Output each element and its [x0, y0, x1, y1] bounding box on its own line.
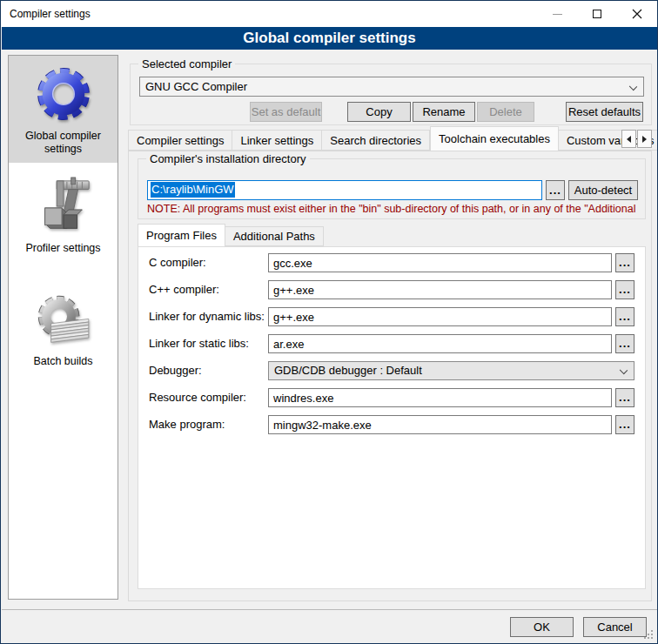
field-label: Debugger:	[149, 361, 202, 380]
tab-toolchain-executables[interactable]: Toolchain executables	[430, 126, 559, 151]
ok-button[interactable]: OK	[510, 617, 574, 637]
browse-dynamic-linker-button[interactable]: ...	[615, 307, 634, 326]
sidebar-item-global-compiler-settings[interactable]: Global compiler settings	[9, 56, 118, 163]
selected-compiler-group-label: Selected compiler	[138, 57, 235, 70]
maximize-icon	[593, 10, 601, 18]
resource-compiler-input[interactable]	[268, 388, 612, 407]
rename-button[interactable]: Rename	[413, 102, 475, 122]
auto-detect-button[interactable]: Auto-detect	[568, 180, 638, 200]
compiler-select[interactable]: GNU GCC Compiler	[139, 77, 644, 97]
selected-compiler-group: Selected compiler GNU GCC Compiler Set a…	[130, 64, 652, 125]
set-as-default-button[interactable]: Set as default	[250, 102, 322, 122]
browse-resource-compiler-button[interactable]: ...	[615, 388, 634, 407]
tab-linker-settings[interactable]: Linker settings	[232, 130, 322, 151]
cpp-compiler-input[interactable]	[268, 280, 612, 299]
compiler-settings-dialog: Compiler settings Global compiler settin…	[0, 0, 658, 644]
sidebar-item-label: Profiler settings	[9, 239, 118, 262]
title-bar: Compiler settings	[1, 1, 657, 27]
sidebar-item-label: Batch builds	[9, 352, 118, 375]
sidebar-item-batch-builds[interactable]: Batch builds	[9, 285, 118, 375]
chevron-down-icon	[629, 83, 637, 91]
minimize-button[interactable]	[537, 1, 577, 27]
scroll-right-icon	[642, 136, 647, 143]
footer-divider	[2, 609, 657, 610]
scroll-left-icon	[627, 136, 631, 143]
sidebar-item-profiler-settings[interactable]: Profiler settings	[9, 171, 118, 262]
browse-directory-button[interactable]: ...	[546, 180, 565, 200]
debugger-select[interactable]: GDB/CDB debugger : Default	[268, 361, 634, 380]
installation-directory-group-label: Compiler's installation directory	[146, 152, 310, 165]
tab-scroll-right-button[interactable]	[637, 130, 652, 148]
page-title: Global compiler settings	[2, 27, 657, 50]
close-icon	[632, 9, 642, 19]
installation-directory-input[interactable]: C:\raylib\MinGW	[147, 180, 542, 200]
field-label: Linker for dynamic libs:	[149, 307, 265, 326]
browse-cpp-compiler-button[interactable]: ...	[615, 280, 634, 299]
program-tab-bar: Program Files Additional Paths	[138, 226, 324, 246]
settings-category-list: Global compiler settings	[8, 55, 118, 600]
cancel-button[interactable]: Cancel	[583, 617, 647, 637]
field-label: C compiler:	[149, 253, 206, 272]
make-program-input[interactable]	[268, 415, 612, 434]
reset-defaults-button[interactable]: Reset defaults	[566, 102, 643, 122]
browse-static-linker-button[interactable]: ...	[615, 334, 634, 353]
resize-grip[interactable]	[644, 630, 653, 639]
field-label: Resource compiler:	[149, 388, 246, 407]
static-linker-input[interactable]	[268, 334, 612, 353]
profiler-caliper-icon	[33, 177, 94, 239]
field-label: Linker for static libs:	[149, 334, 249, 353]
tab-search-directories[interactable]: Search directories	[322, 130, 430, 151]
delete-button[interactable]: Delete	[477, 102, 534, 122]
blue-gear-icon	[30, 61, 97, 127]
maximize-button[interactable]	[577, 1, 617, 27]
tab-scroll-left-button[interactable]	[621, 130, 636, 148]
main-tab-bar: Compiler settings Linker settings Search…	[128, 130, 658, 151]
browse-c-compiler-button[interactable]: ...	[615, 253, 634, 272]
selected-path-text: C:\raylib\MinGW	[151, 182, 235, 198]
minimize-icon	[553, 14, 562, 15]
browse-make-program-button[interactable]: ...	[615, 415, 634, 434]
close-button[interactable]	[617, 1, 657, 27]
debugger-select-value: GDB/CDB debugger : Default	[274, 364, 422, 377]
window-title: Compiler settings	[10, 1, 91, 27]
sidebar-item-label: Global compiler settings	[9, 127, 118, 163]
batch-builds-icon	[32, 290, 95, 352]
field-label: Make program:	[149, 415, 225, 434]
bin-subdirectory-note: NOTE: All programs must exist either in …	[147, 203, 645, 215]
tab-program-files[interactable]: Program Files	[138, 224, 225, 246]
copy-button[interactable]: Copy	[347, 102, 411, 122]
tab-compiler-settings[interactable]: Compiler settings	[128, 130, 232, 151]
tab-additional-paths[interactable]: Additional Paths	[225, 226, 324, 246]
compiler-select-value: GNU GCC Compiler	[145, 80, 247, 93]
installation-directory-group: Compiler's installation directory C:\ray…	[138, 158, 646, 219]
dynamic-linker-input[interactable]	[268, 307, 612, 326]
program-files-panel: C compiler: ... C++ compiler: ... Linker…	[138, 246, 646, 589]
toolchain-executables-page: Compiler's installation directory C:\ray…	[128, 151, 652, 601]
field-label: C++ compiler:	[149, 280, 219, 299]
c-compiler-input[interactable]	[268, 253, 612, 272]
chevron-down-icon	[620, 366, 628, 374]
